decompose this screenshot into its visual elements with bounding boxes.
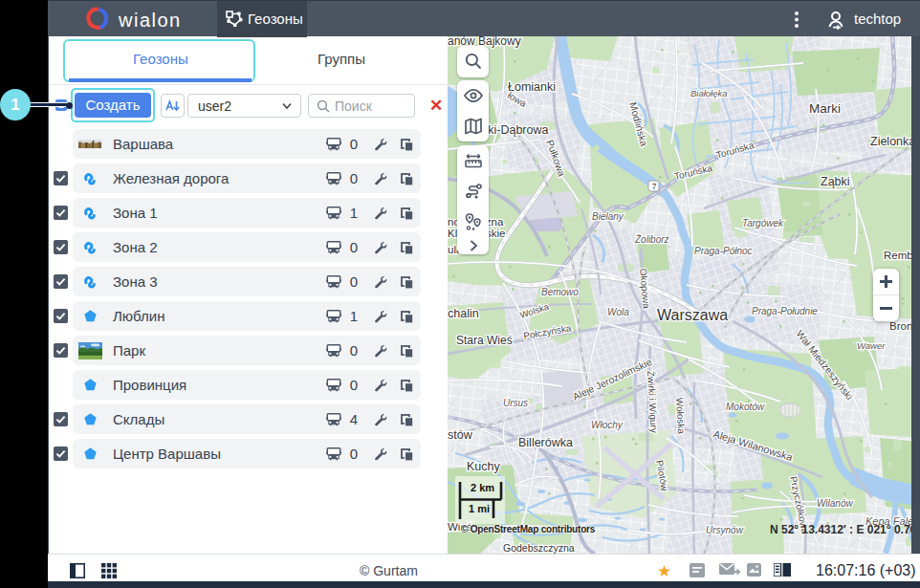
svg-text:Ursynów: Ursynów [706, 525, 744, 535]
svg-text:Targówek: Targówek [742, 218, 784, 229]
svg-text:7: 7 [652, 182, 657, 191]
svg-text:Żoliborz: Żoliborz [634, 234, 669, 245]
svg-text:Wola: Wola [607, 307, 629, 317]
svg-text:Białołęka: Białołęka [690, 88, 728, 98]
svg-text:Bielany: Bielany [592, 211, 624, 222]
svg-text:Wołoska: Wołoska [674, 398, 687, 435]
svg-text:Wawer: Wawer [857, 340, 886, 351]
svg-text:ski-Dąbrowa: ski-Dąbrowa [482, 123, 549, 137]
svg-text:skie: skie [486, 228, 505, 239]
svg-text:Praga-Południe: Praga-Południe [752, 306, 818, 316]
svg-text:Ząbki: Ząbki [821, 175, 850, 188]
svg-text:Praga-Północ: Praga-Północ [694, 246, 753, 256]
svg-text:Bemowo: Bemowo [541, 287, 579, 297]
svg-text:Godebszczyzna: Godebszczyzna [503, 542, 575, 554]
svg-text:Włochy: Włochy [591, 420, 624, 430]
svg-text:Stara Wieś: Stara Wieś [456, 334, 513, 347]
svg-text:Mokotów: Mokotów [726, 402, 765, 412]
svg-text:Billerówka: Billerówka [518, 436, 573, 449]
svg-text:Marki: Marki [809, 101, 841, 116]
svg-text:stów: stów [448, 428, 473, 442]
svg-text:chalin: chalin [448, 307, 479, 320]
svg-text:Kuchy: Kuchy [467, 460, 500, 473]
svg-text:Ursus: Ursus [503, 398, 528, 408]
svg-text:Warszawa: Warszawa [657, 307, 728, 323]
svg-text:Wilanów: Wilanów [817, 498, 853, 509]
svg-text:Zielonka: Zielonka [870, 135, 915, 148]
